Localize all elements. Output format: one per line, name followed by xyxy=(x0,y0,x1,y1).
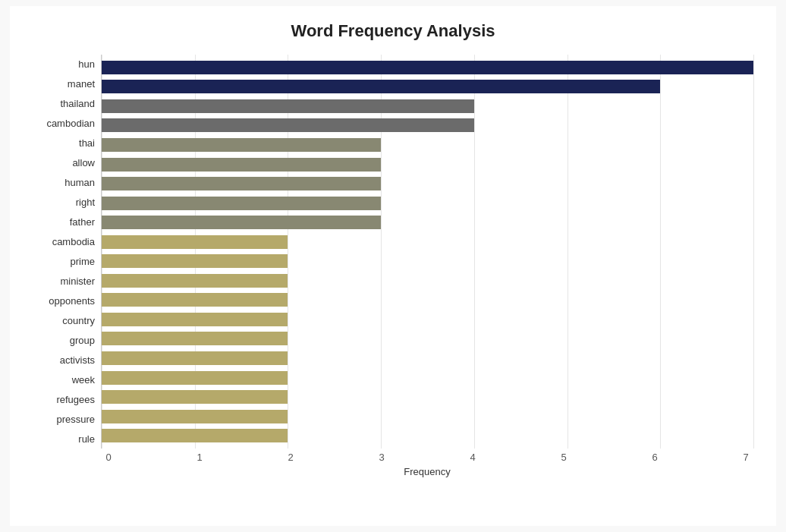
y-label: allow xyxy=(72,153,95,173)
y-label: hun xyxy=(78,55,95,74)
bar-row xyxy=(102,408,753,425)
bar xyxy=(102,274,288,288)
chart-title: Word Frequency Analysis xyxy=(33,21,753,41)
bar-row xyxy=(102,350,753,367)
bar-row xyxy=(102,59,753,76)
y-label: prime xyxy=(70,252,95,272)
bar xyxy=(102,351,288,365)
bar-row xyxy=(102,272,753,289)
bar xyxy=(102,138,381,152)
y-axis-labels: hunmanetthailandcambodianthaiallowhumanr… xyxy=(33,55,101,476)
bar xyxy=(102,332,288,345)
y-label: minister xyxy=(60,271,95,291)
grid-line xyxy=(753,55,754,449)
bar-row xyxy=(102,389,753,405)
y-label: activists xyxy=(60,350,95,370)
x-axis-label: Frequency xyxy=(101,466,753,477)
y-label: cambodian xyxy=(46,114,95,134)
y-label: week xyxy=(72,370,95,389)
y-label: father xyxy=(70,212,95,232)
bar xyxy=(102,216,381,229)
bar-row xyxy=(102,291,753,308)
bar xyxy=(102,371,288,385)
bar-row xyxy=(102,370,753,386)
bar xyxy=(102,293,288,307)
x-tick: 7 xyxy=(738,452,753,463)
y-label: right xyxy=(76,193,95,212)
bar xyxy=(102,235,288,249)
x-tick: 3 xyxy=(374,452,389,463)
bar xyxy=(102,254,288,268)
bar xyxy=(102,313,288,326)
y-label: rule xyxy=(78,429,95,449)
x-tick: 0 xyxy=(101,452,116,463)
x-tick: 6 xyxy=(647,452,662,463)
y-label: country xyxy=(62,310,95,330)
bar xyxy=(102,118,474,132)
y-label: refugees xyxy=(56,389,95,409)
bar xyxy=(102,80,660,93)
y-label: thailand xyxy=(60,94,95,114)
bar-row xyxy=(102,137,753,153)
x-axis: 01234567 Frequency xyxy=(101,449,753,476)
bars-section xyxy=(101,55,753,449)
bar-row xyxy=(102,175,753,192)
bar-row xyxy=(102,117,753,134)
chart-container: Word Frequency Analysis hunmanetthailand… xyxy=(10,6,776,526)
bar-row xyxy=(102,98,753,115)
x-tick: 4 xyxy=(465,452,480,463)
y-label: pressure xyxy=(56,409,95,429)
bar-row xyxy=(102,156,753,173)
bar xyxy=(102,158,381,172)
x-tick: 5 xyxy=(556,452,571,463)
bar xyxy=(102,429,288,442)
bar xyxy=(102,61,753,74)
bar xyxy=(102,197,381,210)
bar-row xyxy=(102,427,753,444)
x-tick: 1 xyxy=(192,452,207,463)
bar-row xyxy=(102,253,753,269)
bar-row xyxy=(102,311,753,328)
bar-row xyxy=(102,234,753,250)
bar-row xyxy=(102,214,753,231)
bar-row xyxy=(102,195,753,212)
y-label: thai xyxy=(79,134,95,153)
bars-and-xaxis: 01234567 Frequency xyxy=(101,55,753,476)
bar-row xyxy=(102,330,753,347)
bar xyxy=(102,410,288,423)
bar xyxy=(102,390,288,404)
bar-row xyxy=(102,78,753,95)
y-label: opponents xyxy=(49,291,95,310)
y-label: human xyxy=(64,173,95,193)
y-label: group xyxy=(70,330,95,350)
chart-area: hunmanetthailandcambodianthaiallowhumanr… xyxy=(33,55,753,476)
x-tick: 2 xyxy=(283,452,298,463)
y-label: cambodia xyxy=(52,232,95,252)
bar xyxy=(102,177,381,190)
y-label: manet xyxy=(68,74,95,94)
bar xyxy=(102,99,474,113)
